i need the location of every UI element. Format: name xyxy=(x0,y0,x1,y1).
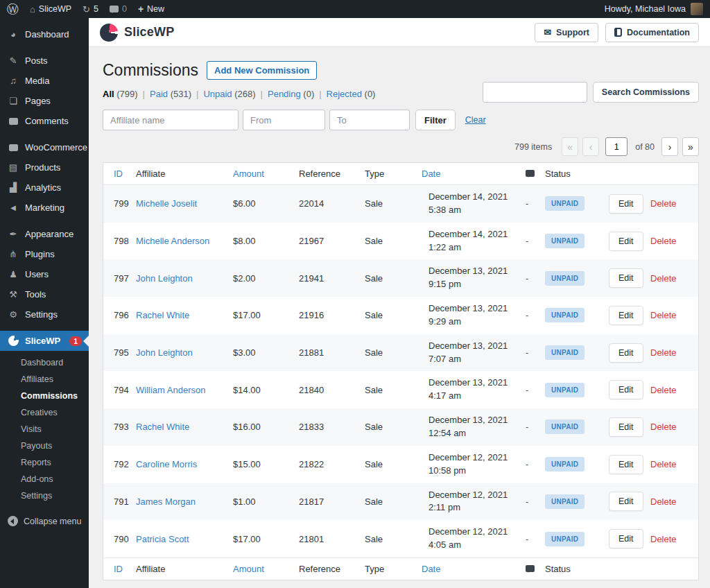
date-to-input[interactable] xyxy=(329,110,410,130)
column-footer-amount[interactable]: Amount xyxy=(233,564,299,574)
sidebar-item-appearance[interactable]: ✒Appearance xyxy=(0,224,89,244)
view-filter-paid[interactable]: Paid (531) xyxy=(150,89,191,99)
site-menu[interactable]: ⌂ SliceWP xyxy=(30,4,71,15)
woocommerce-bubble-icon xyxy=(8,144,19,151)
edit-button[interactable]: Edit xyxy=(609,529,643,548)
sidebar-item-settings[interactable]: ⚙Settings xyxy=(0,304,89,325)
affiliate-link[interactable]: Patricia Scott xyxy=(136,534,189,544)
sidebar-item-dashboard[interactable]: ◕Dashboard xyxy=(0,24,89,44)
collapse-menu-button[interactable]: Collapse menu xyxy=(0,512,89,530)
sidebar-item-users[interactable]: ♟Users xyxy=(0,264,89,284)
affiliate-name-input[interactable] xyxy=(103,110,239,130)
edit-button[interactable]: Edit xyxy=(609,343,643,363)
sidebar-item-comments[interactable]: Comments xyxy=(0,111,89,131)
sidebar: ◕Dashboard✎Posts♫Media❏PagesCommentsWooC… xyxy=(0,18,89,588)
filter-button[interactable]: Filter xyxy=(415,110,456,130)
sidebar-item-pages[interactable]: ❏Pages xyxy=(0,91,89,111)
view-filter-pending[interactable]: Pending (0) xyxy=(268,89,314,99)
edit-button[interactable]: Edit xyxy=(609,455,643,474)
edit-button[interactable]: Edit xyxy=(609,232,643,251)
updates-menu[interactable]: ↻ 5 xyxy=(83,4,98,15)
view-filter-unpaid[interactable]: Unpaid (268) xyxy=(203,89,255,99)
wordpress-menu[interactable]: Ⓦ xyxy=(7,3,19,15)
delete-link[interactable]: Delete xyxy=(650,347,677,358)
submenu-item-dashboard[interactable]: Dashboard xyxy=(0,354,89,371)
howdy-account-menu[interactable]: Howdy, Michael Iowa xyxy=(605,4,686,14)
sidebar-item-label: Plugins xyxy=(25,249,55,259)
submenu-item-settings[interactable]: Settings xyxy=(0,487,89,504)
cell-delete: Delete xyxy=(650,310,700,320)
affiliate-link[interactable]: Rachel White xyxy=(136,310,189,320)
next-page-button[interactable]: › xyxy=(661,137,678,156)
view-filter-rejected[interactable]: Rejected (0) xyxy=(327,89,376,99)
affiliate-link[interactable]: Michelle Anderson xyxy=(136,236,209,246)
sidebar-item-posts[interactable]: ✎Posts xyxy=(0,51,89,71)
cell-delete: Delete xyxy=(650,422,700,432)
submenu-item-add-ons[interactable]: Add-ons xyxy=(0,471,89,487)
sidebar-item-marketing[interactable]: ◄Marketing xyxy=(0,198,89,218)
delete-link[interactable]: Delete xyxy=(650,236,677,246)
cell-payout: - xyxy=(526,347,545,358)
support-button[interactable]: ✉ Support xyxy=(535,23,598,42)
column-footer-date[interactable]: Date xyxy=(422,564,526,574)
delete-link[interactable]: Delete xyxy=(650,496,677,507)
affiliate-link[interactable]: William Anderson xyxy=(136,385,205,395)
sidebar-item-media[interactable]: ♫Media xyxy=(0,71,89,91)
delete-link[interactable]: Delete xyxy=(650,310,677,320)
comments-menu[interactable]: 0 xyxy=(110,4,127,14)
search-commissions-button[interactable]: Search Commissions xyxy=(593,82,699,103)
affiliate-link[interactable]: Caroline Morris xyxy=(136,459,197,469)
search-input[interactable] xyxy=(483,82,587,103)
new-content-menu[interactable]: + New xyxy=(138,3,164,15)
clear-filters-link[interactable]: Clear xyxy=(465,115,486,125)
submenu-item-visits[interactable]: Visits xyxy=(0,421,89,438)
sidebar-item-products[interactable]: ▤Products xyxy=(0,157,89,178)
cell-edit: Edit xyxy=(609,380,650,399)
date-from-input[interactable] xyxy=(243,110,325,130)
cell-type: Sale xyxy=(365,347,422,358)
submenu-item-payouts[interactable]: Payouts xyxy=(0,438,89,454)
last-page-button[interactable]: » xyxy=(682,137,699,156)
column-footer-affiliate: Affiliate xyxy=(136,564,233,574)
cell-type: Sale xyxy=(365,385,422,395)
add-new-commission-button[interactable]: Add New Commission xyxy=(207,61,317,80)
view-filter-all[interactable]: All (799) xyxy=(103,89,138,99)
affiliate-link[interactable]: John Leighton xyxy=(136,347,193,358)
column-header-id[interactable]: ID xyxy=(103,168,136,179)
submenu-item-affiliates[interactable]: Affiliates xyxy=(0,371,89,388)
edit-button[interactable]: Edit xyxy=(609,306,643,325)
edit-button[interactable]: Edit xyxy=(609,492,643,511)
sidebar-item-plugins[interactable]: ⋔Plugins xyxy=(0,244,89,264)
sidebar-item-woocommerce[interactable]: WooCommerce xyxy=(0,137,89,157)
delete-link[interactable]: Delete xyxy=(650,459,677,469)
affiliate-link[interactable]: John Leighton xyxy=(136,273,193,284)
documentation-button[interactable]: Documentation xyxy=(605,23,699,42)
column-header-amount[interactable]: Amount xyxy=(233,168,299,179)
current-page-input[interactable] xyxy=(605,137,627,156)
prev-page-button[interactable]: ‹ xyxy=(582,137,599,156)
submenu-item-commissions[interactable]: Commissions xyxy=(0,388,89,404)
edit-button[interactable]: Edit xyxy=(609,380,643,399)
delete-link[interactable]: Delete xyxy=(650,422,677,432)
affiliate-link[interactable]: Rachel White xyxy=(136,422,189,432)
view-separator: | xyxy=(319,89,321,99)
column-footer-id[interactable]: ID xyxy=(103,564,136,574)
delete-link[interactable]: Delete xyxy=(650,385,677,395)
delete-link[interactable]: Delete xyxy=(650,273,677,284)
sidebar-item-analytics[interactable]: ▟Analytics xyxy=(0,178,89,198)
affiliate-link[interactable]: James Morgan xyxy=(136,496,196,507)
sidebar-item-tools[interactable]: ⚒Tools xyxy=(0,284,89,304)
delete-link[interactable]: Delete xyxy=(650,198,677,209)
delete-link[interactable]: Delete xyxy=(650,534,677,544)
status-badge: UNPAID xyxy=(545,271,585,286)
first-page-button[interactable]: « xyxy=(562,137,578,156)
submenu-item-reports[interactable]: Reports xyxy=(0,454,89,471)
sidebar-item-slicewp[interactable]: SliceWP1 xyxy=(0,331,89,351)
edit-button[interactable]: Edit xyxy=(609,417,643,437)
affiliate-link[interactable]: Michelle Joselit xyxy=(136,198,197,209)
update-icon: ↻ xyxy=(83,4,90,15)
edit-button[interactable]: Edit xyxy=(609,194,643,214)
column-header-date[interactable]: Date xyxy=(422,168,526,179)
submenu-item-creatives[interactable]: Creatives xyxy=(0,404,89,421)
edit-button[interactable]: Edit xyxy=(609,268,643,288)
